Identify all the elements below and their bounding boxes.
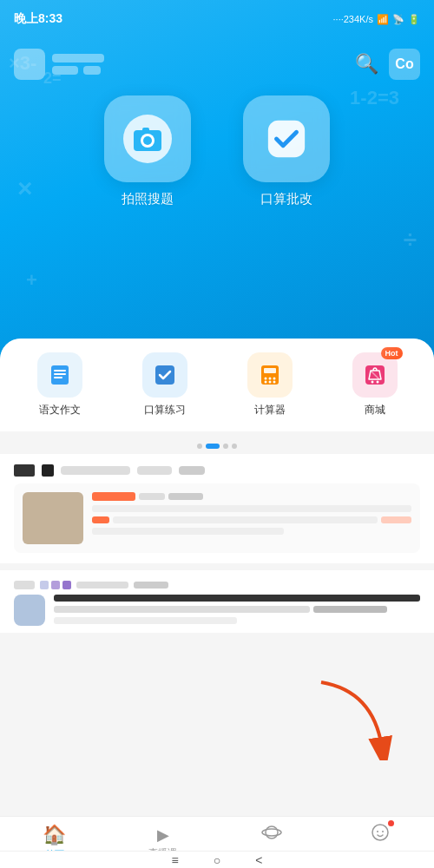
- tool-calculator[interactable]: 计算器: [247, 352, 293, 418]
- tag-3: [168, 493, 203, 500]
- camera-visual: [123, 115, 172, 163]
- search-icon[interactable]: 🔍: [355, 53, 378, 76]
- feed-text-col: [92, 492, 411, 544]
- wifi-icon: 📡: [392, 14, 404, 25]
- feed2-line3: [54, 617, 237, 624]
- svg-point-17: [273, 381, 275, 384]
- essay-svg: [48, 363, 72, 387]
- shop-label: 商城: [365, 403, 385, 418]
- feed2-dot1: [40, 581, 49, 589]
- quick-tools: 语文作文 口算练习: [0, 339, 434, 431]
- feed2-title: [54, 595, 420, 602]
- feed-item-2[interactable]: [0, 570, 434, 633]
- live-icon: ▶: [157, 825, 169, 845]
- photo-search-icon[interactable]: [104, 95, 191, 182]
- feed-item-1[interactable]: [0, 454, 434, 563]
- svg-point-25: [372, 825, 388, 840]
- svg-point-23: [266, 826, 278, 838]
- svg-rect-4: [268, 121, 305, 157]
- back-gesture[interactable]: <: [255, 853, 262, 867]
- feed2-dot3: [62, 581, 71, 589]
- feed-gray-1: [113, 516, 378, 523]
- header-text-2: [52, 66, 78, 75]
- feed2-line2: [313, 606, 386, 613]
- svg-point-12: [264, 378, 266, 380]
- status-icons: ····234K/s 📶 📡 🔋: [333, 14, 420, 25]
- feed-meta-5: [179, 466, 205, 475]
- hot-badge: Hot: [381, 347, 403, 359]
- calculator-icon: [247, 352, 293, 398]
- feed2-thumb: [14, 595, 45, 626]
- co-text: Co: [395, 56, 413, 72]
- carousel-dots: [0, 438, 434, 454]
- feed2-bar2: [76, 582, 128, 589]
- tool-essay[interactable]: 语文作文: [37, 352, 82, 418]
- tag-2: [139, 493, 165, 500]
- tool-shop[interactable]: Hot 商城: [352, 352, 398, 418]
- tag-1: [92, 492, 135, 501]
- svg-point-26: [377, 831, 378, 832]
- tool-oral-practice[interactable]: 口算练习: [142, 352, 187, 418]
- planet-svg: [261, 822, 282, 843]
- feed-red-1: [92, 516, 109, 523]
- photo-search-app[interactable]: 拍照搜题: [104, 95, 191, 207]
- feed2-bar1: [14, 581, 35, 589]
- deco-6: +: [26, 269, 37, 292]
- status-time: 晚上8:33: [14, 11, 62, 27]
- dot-3: [232, 444, 237, 449]
- essay-label: 语文作文: [39, 403, 81, 418]
- svg-point-27: [382, 831, 384, 832]
- mine-notification-dot: [388, 820, 394, 826]
- header-left: [14, 49, 104, 80]
- battery-icon: 🔋: [408, 14, 420, 25]
- feed2-bar3: [134, 582, 168, 589]
- svg-rect-3: [142, 128, 149, 132]
- feed-content-1[interactable]: [14, 483, 420, 553]
- feed2-content: [14, 595, 420, 626]
- svg-rect-6: [54, 370, 66, 372]
- white-card: 语文作文 口算练习: [0, 339, 434, 816]
- menu-gesture[interactable]: ≡: [172, 853, 179, 867]
- face-svg: [370, 822, 391, 843]
- shop-svg: [363, 363, 387, 387]
- header-text-blocks: [52, 54, 104, 75]
- header-text-1: [52, 54, 104, 62]
- home-gesture[interactable]: ○: [214, 853, 220, 867]
- feed-meta-1: [14, 464, 35, 477]
- feed-meta-row: [14, 464, 420, 477]
- mine-icon: [370, 822, 391, 848]
- svg-point-14: [273, 378, 275, 380]
- practice-icon: [261, 822, 282, 848]
- svg-rect-8: [54, 377, 62, 378]
- header-right: 🔍 Co: [355, 49, 420, 80]
- svg-point-20: [376, 381, 378, 384]
- feed2-row2: [54, 606, 420, 613]
- dot-1: [206, 444, 220, 449]
- camera-icon-btn[interactable]: Co: [389, 49, 420, 80]
- calculator-label: 计算器: [254, 403, 286, 418]
- feed2-dots: [40, 581, 71, 589]
- oral-check-app[interactable]: 口算批改: [243, 95, 330, 207]
- feed-meta-2: [42, 464, 54, 477]
- feed2-dot2: [51, 581, 60, 589]
- oral-check-icon[interactable]: [243, 95, 330, 182]
- oral-practice-label: 口算练习: [144, 403, 186, 418]
- feed-line-1: [92, 505, 411, 512]
- check-visual: [265, 117, 308, 161]
- svg-rect-9: [155, 365, 174, 385]
- camera-svg: [130, 122, 165, 156]
- header-text-3: [83, 66, 101, 75]
- feed-meta-3: [61, 466, 130, 475]
- main-apps: 拍照搜题 口算批改: [0, 95, 434, 207]
- feed2-header: [14, 581, 420, 589]
- feed-meta-4: [137, 466, 172, 475]
- top-header: 🔍 Co: [0, 38, 434, 90]
- feed-line-2: [92, 516, 411, 523]
- calculator-svg: [258, 363, 282, 387]
- gesture-bar: ≡ ○ <: [0, 851, 434, 868]
- feed-pink-1: [381, 516, 411, 523]
- deco-5: ÷: [404, 226, 417, 253]
- header-avatar: [14, 49, 45, 80]
- photo-search-label: 拍照搜题: [122, 191, 174, 207]
- status-bar: 晚上8:33 ····234K/s 📶 📡 🔋: [0, 0, 434, 38]
